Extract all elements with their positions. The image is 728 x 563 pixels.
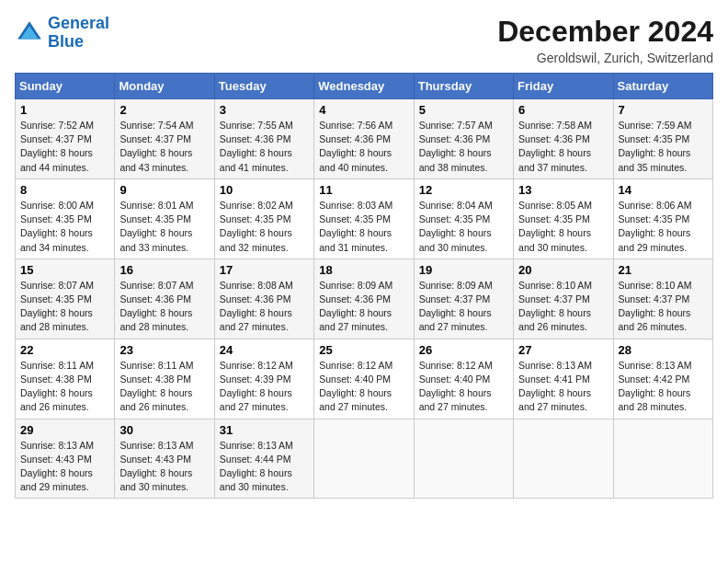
day-number: 9 (119, 183, 209, 197)
day-info: Sunrise: 7:54 AM Sunset: 4:37 PM Dayligh… (119, 119, 209, 175)
day-info: Sunrise: 7:59 AM Sunset: 4:35 PM Dayligh… (619, 119, 708, 175)
col-saturday: Saturday (613, 74, 712, 99)
day-info: Sunrise: 8:11 AM Sunset: 4:38 PM Dayligh… (20, 359, 109, 415)
calendar-cell: 1 Sunrise: 7:52 AM Sunset: 4:37 PM Dayli… (16, 99, 115, 179)
day-number: 28 (619, 343, 708, 357)
day-number: 13 (518, 183, 608, 197)
day-info: Sunrise: 8:11 AM Sunset: 4:38 PM Dayligh… (119, 359, 209, 415)
day-info: Sunrise: 8:07 AM Sunset: 4:36 PM Dayligh… (119, 279, 209, 335)
col-thursday: Thursday (414, 74, 513, 99)
day-number: 4 (319, 103, 408, 117)
day-number: 16 (119, 263, 209, 277)
calendar-cell: 5 Sunrise: 7:57 AM Sunset: 4:36 PM Dayli… (414, 99, 513, 179)
col-wednesday: Wednesday (314, 74, 414, 99)
calendar-week-1: 1 Sunrise: 7:52 AM Sunset: 4:37 PM Dayli… (16, 99, 713, 179)
day-info: Sunrise: 8:12 AM Sunset: 4:39 PM Dayligh… (220, 359, 309, 415)
day-info: Sunrise: 8:13 AM Sunset: 4:42 PM Dayligh… (619, 359, 708, 415)
calendar-cell: 3 Sunrise: 7:55 AM Sunset: 4:36 PM Dayli… (214, 99, 313, 179)
calendar-cell: 27 Sunrise: 8:13 AM Sunset: 4:41 PM Dayl… (514, 339, 613, 419)
day-number: 1 (20, 103, 109, 117)
calendar-cell: 25 Sunrise: 8:12 AM Sunset: 4:40 PM Dayl… (314, 339, 414, 419)
day-number: 14 (619, 183, 708, 197)
day-info: Sunrise: 8:13 AM Sunset: 4:41 PM Dayligh… (518, 359, 608, 415)
day-number: 6 (518, 103, 608, 117)
page-header: General Blue December 2024 Geroldswil, Z… (15, 15, 713, 65)
logo-text: General Blue (48, 15, 109, 52)
calendar-cell: 10 Sunrise: 8:02 AM Sunset: 4:35 PM Dayl… (214, 178, 313, 259)
day-number: 24 (220, 343, 309, 357)
calendar-cell (314, 419, 414, 499)
calendar-cell: 11 Sunrise: 8:03 AM Sunset: 4:35 PM Dayl… (314, 178, 414, 259)
day-number: 25 (319, 343, 408, 357)
day-number: 5 (419, 103, 508, 117)
calendar-cell: 7 Sunrise: 7:59 AM Sunset: 4:35 PM Dayli… (613, 99, 712, 179)
day-info: Sunrise: 8:03 AM Sunset: 4:35 PM Dayligh… (319, 199, 408, 255)
day-info: Sunrise: 8:05 AM Sunset: 4:35 PM Dayligh… (518, 199, 608, 255)
day-number: 15 (20, 263, 109, 277)
calendar-cell: 31 Sunrise: 8:13 AM Sunset: 4:44 PM Dayl… (214, 419, 313, 499)
calendar-week-5: 29 Sunrise: 8:13 AM Sunset: 4:43 PM Dayl… (16, 419, 713, 499)
day-info: Sunrise: 8:13 AM Sunset: 4:44 PM Dayligh… (220, 439, 309, 495)
col-monday: Monday (115, 74, 214, 99)
day-info: Sunrise: 8:01 AM Sunset: 4:35 PM Dayligh… (119, 199, 209, 255)
day-number: 27 (518, 343, 608, 357)
day-info: Sunrise: 8:13 AM Sunset: 4:43 PM Dayligh… (119, 439, 209, 495)
day-info: Sunrise: 7:58 AM Sunset: 4:36 PM Dayligh… (518, 119, 608, 175)
calendar-cell: 2 Sunrise: 7:54 AM Sunset: 4:37 PM Dayli… (115, 99, 214, 179)
day-number: 21 (619, 263, 708, 277)
calendar-cell: 17 Sunrise: 8:08 AM Sunset: 4:36 PM Dayl… (214, 259, 313, 339)
day-info: Sunrise: 8:10 AM Sunset: 4:37 PM Dayligh… (619, 279, 708, 335)
day-info: Sunrise: 7:55 AM Sunset: 4:36 PM Dayligh… (220, 119, 309, 175)
calendar-cell (414, 419, 513, 499)
day-number: 12 (419, 183, 508, 197)
calendar-cell: 26 Sunrise: 8:12 AM Sunset: 4:40 PM Dayl… (414, 339, 513, 419)
calendar-week-4: 22 Sunrise: 8:11 AM Sunset: 4:38 PM Dayl… (16, 339, 713, 419)
calendar-cell: 30 Sunrise: 8:13 AM Sunset: 4:43 PM Dayl… (115, 419, 214, 499)
day-info: Sunrise: 8:13 AM Sunset: 4:43 PM Dayligh… (20, 439, 109, 495)
col-friday: Friday (514, 74, 613, 99)
calendar-cell: 13 Sunrise: 8:05 AM Sunset: 4:35 PM Dayl… (514, 178, 613, 259)
calendar-cell: 14 Sunrise: 8:06 AM Sunset: 4:35 PM Dayl… (613, 178, 712, 259)
day-info: Sunrise: 8:00 AM Sunset: 4:35 PM Dayligh… (20, 199, 109, 255)
logo-icon (15, 18, 44, 48)
location: Geroldswil, Zurich, Switzerland (497, 51, 713, 65)
calendar-cell (613, 419, 712, 499)
calendar-table: Sunday Monday Tuesday Wednesday Thursday… (15, 73, 713, 499)
calendar-body: 1 Sunrise: 7:52 AM Sunset: 4:37 PM Dayli… (16, 99, 713, 499)
title-area: December 2024 Geroldswil, Zurich, Switze… (497, 15, 713, 65)
calendar-cell: 19 Sunrise: 8:09 AM Sunset: 4:37 PM Dayl… (414, 259, 513, 339)
calendar-cell: 28 Sunrise: 8:13 AM Sunset: 4:42 PM Dayl… (613, 339, 712, 419)
calendar-cell: 24 Sunrise: 8:12 AM Sunset: 4:39 PM Dayl… (214, 339, 313, 419)
calendar-cell: 8 Sunrise: 8:00 AM Sunset: 4:35 PM Dayli… (16, 178, 115, 259)
day-number: 31 (220, 423, 309, 437)
day-info: Sunrise: 8:08 AM Sunset: 4:36 PM Dayligh… (220, 279, 309, 335)
logo: General Blue (15, 15, 109, 52)
header-row: Sunday Monday Tuesday Wednesday Thursday… (16, 74, 713, 99)
calendar-cell: 15 Sunrise: 8:07 AM Sunset: 4:35 PM Dayl… (16, 259, 115, 339)
day-info: Sunrise: 8:09 AM Sunset: 4:37 PM Dayligh… (419, 279, 508, 335)
day-number: 17 (220, 263, 309, 277)
calendar-cell: 29 Sunrise: 8:13 AM Sunset: 4:43 PM Dayl… (16, 419, 115, 499)
day-info: Sunrise: 8:09 AM Sunset: 4:36 PM Dayligh… (319, 279, 408, 335)
day-info: Sunrise: 8:12 AM Sunset: 4:40 PM Dayligh… (319, 359, 408, 415)
calendar-cell: 12 Sunrise: 8:04 AM Sunset: 4:35 PM Dayl… (414, 178, 513, 259)
calendar-cell: 16 Sunrise: 8:07 AM Sunset: 4:36 PM Dayl… (115, 259, 214, 339)
day-number: 23 (119, 343, 209, 357)
day-number: 11 (319, 183, 408, 197)
calendar-cell (514, 419, 613, 499)
day-number: 20 (518, 263, 608, 277)
col-sunday: Sunday (16, 74, 115, 99)
calendar-header: Sunday Monday Tuesday Wednesday Thursday… (16, 74, 713, 99)
day-number: 29 (20, 423, 109, 437)
day-info: Sunrise: 8:07 AM Sunset: 4:35 PM Dayligh… (20, 279, 109, 335)
col-tuesday: Tuesday (214, 74, 313, 99)
calendar-cell: 23 Sunrise: 8:11 AM Sunset: 4:38 PM Dayl… (115, 339, 214, 419)
day-number: 2 (119, 103, 209, 117)
day-number: 7 (619, 103, 708, 117)
calendar-week-3: 15 Sunrise: 8:07 AM Sunset: 4:35 PM Dayl… (16, 259, 713, 339)
day-info: Sunrise: 8:06 AM Sunset: 4:35 PM Dayligh… (619, 199, 708, 255)
calendar-cell: 18 Sunrise: 8:09 AM Sunset: 4:36 PM Dayl… (314, 259, 414, 339)
day-number: 26 (419, 343, 508, 357)
day-info: Sunrise: 8:02 AM Sunset: 4:35 PM Dayligh… (220, 199, 309, 255)
day-number: 18 (319, 263, 408, 277)
